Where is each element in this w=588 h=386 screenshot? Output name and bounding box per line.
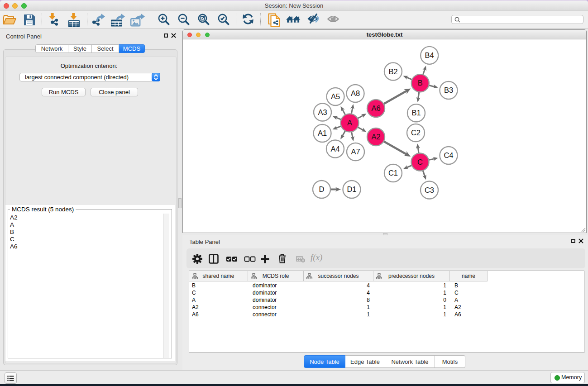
svg-text:D: D [319,185,325,193]
svg-text:A1: A1 [318,129,327,137]
svg-text:A6: A6 [371,104,380,112]
svg-text:C1: C1 [388,169,398,177]
svg-text:A2: A2 [371,133,380,141]
svg-text:B3: B3 [444,86,453,94]
svg-text:B: B [418,79,423,87]
svg-text:C2: C2 [411,129,421,137]
svg-text:C: C [417,158,423,166]
svg-text:C3: C3 [425,186,434,194]
svg-text:C4: C4 [444,151,453,159]
svg-text:B4: B4 [425,51,434,59]
svg-text:A3: A3 [318,108,327,116]
svg-text:D1: D1 [347,185,356,193]
svg-text:A5: A5 [331,92,340,100]
svg-text:A7: A7 [351,148,360,156]
svg-text:A4: A4 [330,145,339,153]
svg-text:B2: B2 [388,67,397,76]
svg-text:B1: B1 [411,109,421,117]
svg-text:A8: A8 [351,89,360,97]
svg-text:A: A [347,119,352,127]
